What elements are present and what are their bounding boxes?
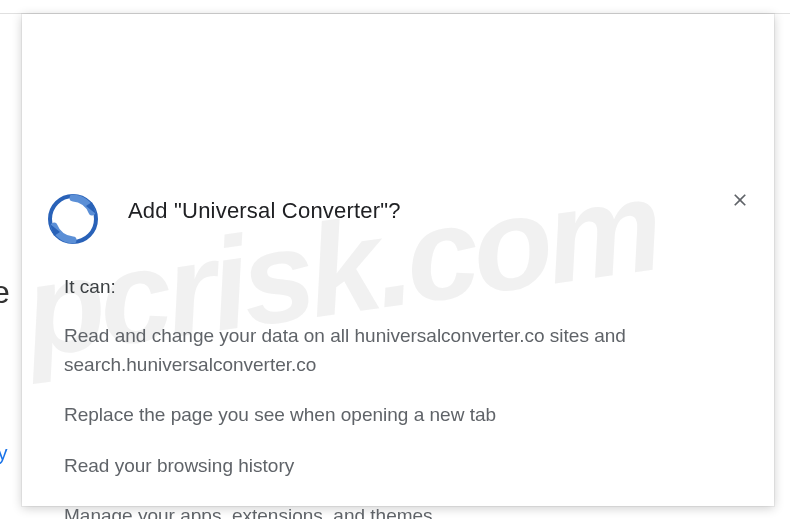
close-icon xyxy=(730,190,750,210)
extension-install-dialog: pcrisk.com Add "Universal Converter"? It… xyxy=(22,14,774,506)
close-button[interactable] xyxy=(726,186,754,214)
permission-item: Read and change your data on all huniver… xyxy=(64,322,732,379)
permission-item: Read your browsing history xyxy=(64,452,732,481)
dialog-body: It can: Read and change your data on all… xyxy=(22,244,774,519)
background-partial-link: ty xyxy=(0,442,8,465)
permission-item: Manage your apps, extensions, and themes xyxy=(64,502,732,519)
dialog-title: Add "Universal Converter"? xyxy=(128,198,401,224)
browser-chrome-bg xyxy=(0,0,790,14)
background-partial-text: e xyxy=(0,274,10,311)
permissions-intro: It can: xyxy=(64,276,732,298)
dialog-header: Add "Universal Converter"? xyxy=(22,164,774,244)
extension-icon xyxy=(48,194,98,244)
permission-item: Replace the page you see when opening a … xyxy=(64,401,732,430)
